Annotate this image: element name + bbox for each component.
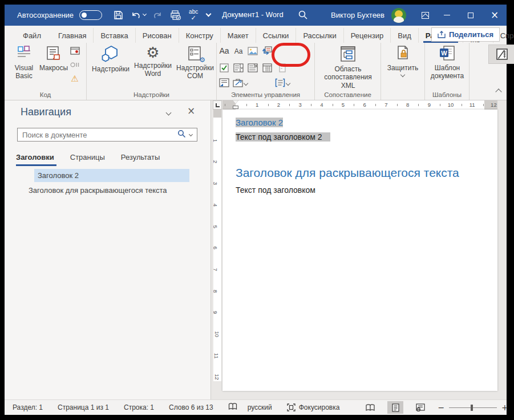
undo-dropdown-icon[interactable] bbox=[143, 12, 147, 16]
word-addins-button[interactable]: ⚙ Надстройки Word bbox=[132, 45, 173, 78]
protect-dropdown-icon[interactable] bbox=[400, 72, 405, 77]
nav-heading-item-2[interactable]: Заголовок для раскрывающегося текста bbox=[25, 184, 189, 197]
building-block-gallery-icon[interactable] bbox=[261, 45, 273, 56]
nav-tab-2[interactable]: Страницы bbox=[70, 151, 113, 166]
h-ruler-tick bbox=[462, 104, 462, 106]
focus-mode-button[interactable]: Фокусировка bbox=[287, 403, 340, 411]
properties-dropdown-icon[interactable] bbox=[244, 81, 248, 86]
web-layout-icon[interactable] bbox=[412, 401, 428, 414]
doc-heading1[interactable]: Заголовок для раскрывающегося текста bbox=[236, 165, 486, 180]
nav-tab-1[interactable]: Заголовки bbox=[16, 151, 62, 166]
v-ruler-number: 9 bbox=[213, 311, 218, 314]
xml-mapping-pane-button[interactable]: Область сопоставления XML bbox=[318, 45, 378, 90]
nav-pane-close-icon[interactable]: × bbox=[187, 105, 195, 116]
status-line[interactable]: Строка: 1 bbox=[124, 403, 154, 411]
group-control-icon[interactable] bbox=[274, 77, 286, 88]
ribbon-tab-8[interactable]: Рассылки bbox=[296, 28, 343, 43]
ribbon-tab-5[interactable]: Констру bbox=[179, 28, 221, 43]
record-macro-icon[interactable] bbox=[68, 45, 81, 56]
share-button[interactable]: Поделиться bbox=[431, 27, 500, 42]
tab-selector[interactable] bbox=[213, 100, 222, 110]
ribbon-tab-6[interactable]: Макет bbox=[221, 28, 256, 43]
v-ruler-number: 11 bbox=[213, 353, 220, 358]
picture-control-icon[interactable] bbox=[246, 45, 259, 56]
ribbon-group-mapping: Область сопоставления XML Сопоставление bbox=[315, 43, 381, 100]
v-ruler-number: 7 bbox=[213, 268, 218, 271]
quick-print-icon[interactable] bbox=[170, 10, 181, 21]
ruler-top-margin bbox=[213, 110, 221, 118]
save-icon[interactable] bbox=[114, 10, 123, 20]
first-line-indent-marker[interactable] bbox=[233, 100, 238, 104]
nav-heading-item-1[interactable]: Заголовок 2 bbox=[34, 169, 189, 182]
plain-text-control-icon[interactable]: Aa bbox=[232, 46, 245, 57]
macro-security-warning-icon[interactable]: ⚠ bbox=[68, 72, 81, 84]
doc-text-under-heading1[interactable]: Текст под заголовком bbox=[236, 185, 486, 196]
zoom-slider[interactable] bbox=[449, 407, 497, 408]
document-page[interactable]: Заголовок 2 Текст под заголовком 2 Загол… bbox=[222, 110, 497, 391]
visual-basic-icon bbox=[15, 45, 33, 62]
status-words[interactable]: Слово 6 из 13 bbox=[169, 403, 213, 411]
undo-button[interactable] bbox=[131, 11, 146, 20]
v-ruler-number: 8 bbox=[213, 289, 218, 292]
ribbon-tab-2[interactable]: Главная bbox=[51, 28, 94, 43]
group-dropdown-icon[interactable] bbox=[286, 81, 290, 86]
v-ruler-number: 3 bbox=[213, 182, 218, 185]
ribbon-tab-7[interactable]: Ссылки bbox=[256, 28, 297, 43]
zoom-in-icon[interactable]: + bbox=[501, 403, 508, 412]
ribbon-tab-1[interactable]: Файл bbox=[16, 28, 51, 43]
print-layout-icon[interactable] bbox=[387, 401, 403, 414]
protect-button[interactable]: Защитить bbox=[386, 45, 420, 76]
collapse-ribbon-icon[interactable] bbox=[495, 88, 501, 95]
minimize-button[interactable] bbox=[435, 5, 459, 26]
nav-search-icon[interactable] bbox=[177, 130, 186, 140]
dropdown-list-control-icon[interactable] bbox=[246, 62, 259, 74]
design-mode-icon[interactable] bbox=[218, 77, 230, 88]
macros-button[interactable]: Макросы bbox=[39, 45, 68, 72]
ribbon-tab-4[interactable]: Рисован bbox=[136, 28, 179, 43]
zoom-out-icon[interactable]: − bbox=[438, 403, 444, 412]
left-indent-marker[interactable] bbox=[233, 106, 238, 109]
nav-tab-3[interactable]: Результаты bbox=[121, 151, 168, 166]
date-picker-control-icon[interactable] bbox=[261, 62, 273, 74]
visual-basic-button[interactable]: Visual Basic bbox=[9, 45, 39, 80]
navigation-title: Навигация bbox=[21, 106, 71, 118]
user-name[interactable]: Виктор Бухтеев bbox=[331, 11, 385, 19]
autosave-toggle[interactable] bbox=[79, 10, 102, 20]
combobox-control-icon[interactable] bbox=[232, 62, 245, 74]
read-mode-icon[interactable] bbox=[362, 401, 378, 414]
legacy-tools-button[interactable] bbox=[488, 45, 514, 64]
proofing-status-icon[interactable] bbox=[228, 403, 237, 412]
status-language[interactable]: русский bbox=[248, 403, 272, 411]
ribbon-tab-9[interactable]: Рецензир bbox=[344, 28, 391, 43]
properties-icon[interactable] bbox=[232, 77, 244, 88]
com-addins-button[interactable]: ⚙ Надстройки COM bbox=[175, 45, 216, 80]
rich-text-control-icon[interactable]: Aa bbox=[218, 45, 230, 56]
status-page[interactable]: Страница 1 из 1 bbox=[58, 403, 109, 411]
doc-heading2[interactable]: Заголовок 2 bbox=[236, 117, 486, 128]
user-avatar[interactable] bbox=[391, 8, 406, 23]
autosave-control[interactable]: Автосохранение bbox=[17, 10, 102, 20]
indent-markers[interactable] bbox=[233, 100, 239, 110]
h-ruler-number: 1 bbox=[256, 102, 258, 108]
ribbon-display-options-icon[interactable] bbox=[415, 5, 435, 26]
nav-search-input[interactable] bbox=[18, 131, 177, 139]
doc-text-under-heading2[interactable]: Текст под заголовком 2 bbox=[236, 132, 486, 143]
status-section[interactable]: Раздел: 1 bbox=[13, 403, 43, 411]
checkbox-control-icon[interactable] bbox=[218, 62, 230, 74]
h-ruler-tick bbox=[418, 104, 419, 106]
maximize-button[interactable] bbox=[459, 5, 483, 26]
zoom-control[interactable]: − + bbox=[438, 403, 508, 412]
ribbon-tab-10[interactable]: Вид bbox=[391, 28, 419, 43]
addins-button[interactable]: Надстройки bbox=[90, 45, 131, 73]
search-icon[interactable] bbox=[298, 10, 308, 22]
horizontal-ruler: 123456789101112 bbox=[222, 100, 497, 110]
close-button[interactable]: × bbox=[483, 5, 507, 26]
zoom-slider-handle[interactable] bbox=[471, 405, 473, 411]
ribbon-tab-3[interactable]: Вставка bbox=[94, 28, 135, 43]
document-template-button[interactable]: W Шаблон документа bbox=[427, 45, 467, 80]
nav-search-box[interactable] bbox=[17, 128, 197, 142]
window-title: Документ1 - Word bbox=[193, 10, 313, 19]
nav-search-dropdown-icon[interactable] bbox=[189, 132, 193, 136]
nav-pane-options-icon[interactable] bbox=[166, 110, 172, 116]
nav-items: Заголовок 2Заголовок для раскрывающегося… bbox=[5, 169, 211, 197]
